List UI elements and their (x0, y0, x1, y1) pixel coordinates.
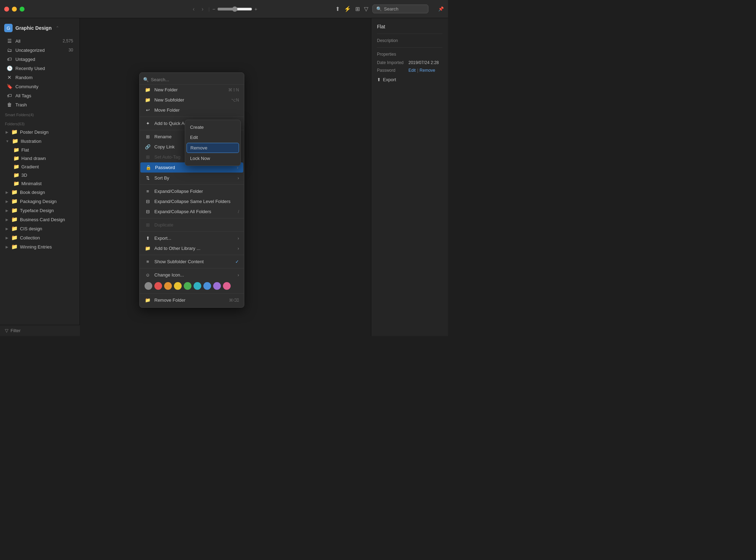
cm-item-move-folder[interactable]: ↩ Move Folder (140, 105, 244, 115)
flash-icon[interactable]: ⚡ (344, 6, 351, 12)
expand-all-icon: ⊟ (145, 209, 151, 214)
submenu-lock-now[interactable]: Lock Now (185, 153, 240, 163)
folder-icon-collection: 📁 (11, 234, 18, 241)
sidebar-item-all-tags[interactable]: 🏷 All Tags (1, 91, 78, 100)
folder-business-card[interactable]: ▶ 📁 Business Card Design (1, 215, 79, 224)
folder-3d[interactable]: 📁 3D (1, 171, 79, 179)
folder-label-business-card: Business Card Design (20, 217, 65, 222)
export-label: Export (383, 77, 396, 82)
search-box[interactable]: 🔍 Search (372, 5, 428, 13)
folder-flat[interactable]: 📁 Flat (1, 146, 79, 154)
folder-icon-illustration: 📁 (12, 138, 19, 144)
color-dot-pink[interactable] (223, 282, 231, 290)
color-dot-blue[interactable] (203, 282, 211, 290)
color-dots-row (140, 280, 244, 292)
change-icon-icon: ☺ (145, 272, 151, 278)
cm-divider-4 (140, 218, 244, 218)
sidebar-item-untagged[interactable]: 🏷 Untagged (1, 55, 78, 64)
date-imported-row: Date Imported 2019/07/24 2:28 (377, 60, 442, 65)
cm-item-expand-folder[interactable]: ≡ Expand/Collapse Folder (140, 186, 244, 196)
cm-shortcut-expand-all: / (238, 209, 239, 214)
folder-gradient[interactable]: 📁 Gradient (1, 162, 79, 171)
cm-item-show-subfolder[interactable]: ≡ Show Subfolder Content ✓ (140, 257, 244, 267)
cm-shortcut-new-subfolder: ⌥N (231, 98, 239, 103)
folder-label-minimalist: Minimalist (21, 181, 42, 186)
back-button[interactable]: ‹ (191, 5, 197, 14)
sidebar-item-random[interactable]: ✕ Random (1, 73, 78, 82)
color-dot-red[interactable] (154, 282, 162, 290)
export-button[interactable]: ⬆ Export (377, 77, 442, 82)
edit-link[interactable]: Edit (408, 68, 416, 73)
duplicate-icon: ⊞ (145, 222, 151, 227)
folder-collection[interactable]: ▶ 📁 Collection (1, 233, 79, 242)
color-dot-yellow[interactable] (174, 282, 182, 290)
submenu-remove[interactable]: Remove (187, 143, 239, 153)
cm-search-icon: 🔍 (143, 77, 149, 82)
folder-book-design[interactable]: ▶ 📁 Book design (1, 188, 79, 197)
color-dot-orange[interactable] (164, 282, 172, 290)
sidebar-item-uncategorized[interactable]: 🗂 Uncategorized 30 (1, 46, 78, 55)
submenu-edit[interactable]: Edit (185, 132, 240, 142)
filter-icon-sidebar: ▽ (5, 328, 8, 333)
cm-search-input[interactable] (151, 77, 240, 82)
zoom-minus-icon: − (212, 6, 215, 12)
right-panel: Flat Description Properties Date Importe… (371, 18, 448, 336)
folder-icon-minimalist: 📁 (13, 181, 19, 186)
cm-item-new-subfolder[interactable]: 📁 New Subfolder ⌥N (140, 95, 244, 105)
cm-item-remove-folder[interactable]: 📁 Remove Folder ⌘⌫ (140, 295, 244, 305)
cm-label-expand-folder: Expand/Collapse Folder (154, 189, 239, 194)
folder-label-cis: CIS design (20, 226, 42, 231)
remove-link[interactable]: Remove (420, 68, 435, 73)
submenu-create[interactable]: Create (185, 122, 240, 132)
filter-bar[interactable]: ▽ Filter (0, 325, 80, 336)
folder-illustration[interactable]: ▼ 📁 Illustration (1, 136, 79, 146)
folder-packaging[interactable]: ▶ 📁 Packaging Design (1, 197, 79, 206)
minimize-button[interactable] (12, 7, 17, 12)
cm-item-export[interactable]: ⬆ Export... › (140, 233, 244, 243)
folder-label-typeface: Typeface Design (20, 208, 54, 213)
cm-item-change-icon[interactable]: ☺ Change Icon... › (140, 270, 244, 280)
folder-icon-business-card: 📁 (11, 216, 18, 223)
color-dot-teal[interactable] (194, 282, 201, 290)
folder-minimalist[interactable]: 📁 Minimalist (1, 179, 79, 188)
color-dot-green[interactable] (184, 282, 191, 290)
maximize-button[interactable] (20, 7, 24, 12)
cm-item-expand-all[interactable]: ⊟ Expand/Collapse All Folders / (140, 206, 244, 217)
folder-label-illustration: Illustration (21, 139, 41, 144)
cm-label-change-icon: Change Icon... (154, 272, 234, 278)
app-icon: G (4, 24, 13, 32)
right-panel-title: Flat (377, 24, 442, 29)
cm-item-expand-same-level[interactable]: ⊟ Expand/Collapse Same Level Folders (140, 196, 244, 206)
grid-icon[interactable]: ⊞ (355, 6, 360, 12)
cm-item-new-folder[interactable]: 📁 New Folder ⌘⇧N (140, 85, 244, 95)
random-icon: ✕ (6, 75, 13, 80)
filter-label: Filter (10, 328, 21, 333)
upload-icon[interactable]: ⬆ (335, 6, 340, 12)
sidebar-item-trash[interactable]: 🗑 Trash (1, 100, 78, 109)
sidebar-item-community[interactable]: 🔖 Community (1, 82, 78, 91)
cm-item-add-other-library[interactable]: 📁 Add to Other Library ... › (140, 243, 244, 253)
color-dot-purple[interactable] (213, 282, 221, 290)
date-imported-value: 2019/07/24 2:28 (408, 60, 439, 65)
folder-icon-gradient: 📁 (13, 164, 19, 169)
folder-cis[interactable]: ▶ 📁 CIS design (1, 224, 79, 233)
copy-link-icon: 🔗 (145, 144, 151, 149)
zoom-slider-container: − + (212, 6, 257, 12)
folder-hand-drawn[interactable]: 📁 Hand drawn (1, 154, 79, 162)
color-dot-gray[interactable] (145, 282, 152, 290)
folder-poster-design[interactable]: ▶ 📁 Poster Design (1, 127, 79, 136)
forward-button[interactable]: › (200, 5, 205, 14)
filter-icon[interactable]: ▽ (364, 6, 368, 12)
folder-typeface[interactable]: ▶ 📁 Typeface Design (1, 206, 79, 215)
date-imported-label: Date Imported (377, 60, 408, 65)
folder-label-packaging: Packaging Design (20, 199, 57, 204)
pin-icon[interactable]: 📌 (438, 6, 444, 12)
zoom-slider[interactable] (217, 6, 252, 12)
cm-label-expand-same-level: Expand/Collapse Same Level Folders (154, 199, 239, 204)
cm-item-sort-by[interactable]: ⇅ Sort By › (140, 173, 244, 183)
folder-winning[interactable]: ▶ 📁 Winning Entries (1, 242, 79, 251)
sidebar-item-all[interactable]: ☰ All 2,575 (1, 36, 78, 46)
close-button[interactable] (4, 7, 9, 12)
expand-arrow-business-card: ▶ (6, 218, 8, 222)
sidebar-item-recently-used[interactable]: 🕒 Recently Used (1, 64, 78, 73)
